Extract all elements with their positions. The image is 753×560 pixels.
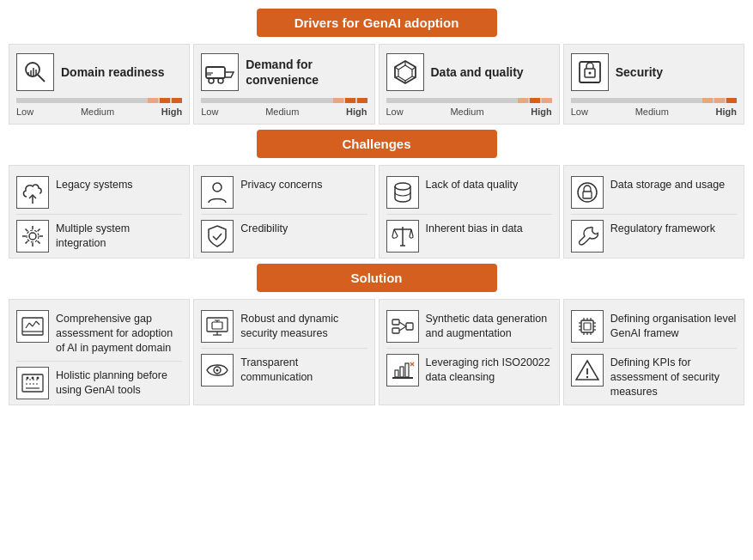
solution-synthetic-data: Synthetic data generation and augmentati… [386,305,552,349]
svg-rect-46 [212,322,222,329]
wrench-icon [571,220,604,253]
security-bar [571,98,737,103]
svg-line-33 [26,323,29,328]
svg-point-23 [29,233,36,240]
svg-point-42 [27,376,29,379]
solution-col-0: Comprehensive gap assessment for adoptio… [9,299,190,405]
chart-bars-icon [16,310,49,343]
solution-iso-cleansing-text: Leveraging rich ISO20022 data cleansing [426,354,552,385]
svg-line-1 [38,75,45,82]
main-container: Drivers for GenAI adoption Domain readin… [0,0,753,414]
solution-security-measures-text: Robust and dynamic security measures [240,310,367,341]
security-icon [571,53,609,91]
lock-circle-icon [571,176,604,209]
challenge-regulatory: Regulatory framework [571,215,737,253]
demand-convenience-title: Demand for convenience [246,57,367,88]
balance-icon [386,220,419,253]
secure-monitor-icon [201,310,234,343]
demand-convenience-labels: Low Medium High [201,107,367,117]
driver-security: Security Low Medium High [563,44,744,125]
solution-iso-cleansing: Leveraging rich ISO20022 data cleansing [386,349,552,387]
cloud-upload-icon [16,176,49,209]
challenge-credibility: Credibility [201,215,367,253]
solution-col-1: Robust and dynamic security measures Tra… [193,299,374,405]
svg-rect-51 [392,320,399,325]
svg-rect-45 [207,318,228,332]
svg-point-25 [213,183,222,192]
challenge-bias-text: Inherent bias in data [426,220,523,236]
svg-line-35 [33,321,36,326]
challenge-data-quality-text: Lack of data quality [426,176,519,192]
svg-point-43 [32,376,34,379]
svg-rect-58 [400,367,404,377]
gear-icon [16,220,49,253]
domain-readiness-labels: Low Medium High [16,107,182,117]
solution-grid: Comprehensive gap assessment for adoptio… [9,299,744,405]
challenges-col-3: Data storage and usage Regulatory framew… [563,165,744,259]
challenge-regulatory-text: Regulatory framework [610,220,715,236]
solution-header: Solution [257,264,497,292]
eye-icon [201,354,234,387]
svg-point-78 [586,376,588,378]
data-gen-icon [386,310,419,343]
challenge-data-storage-text: Data storage and usage [610,176,725,192]
warning-triangle-icon [571,354,604,387]
svg-rect-59 [405,363,409,377]
domain-readiness-title: Domain readiness [61,64,165,80]
solution-org-genai-text: Defining organisation level GenAI framew [610,310,737,341]
challenge-multi-system-text: Multiple system integration [56,220,182,251]
challenges-col-0: Legacy systems Multiple system integrati… [9,165,190,259]
drivers-header: Drivers for GenAI adoption [257,9,497,37]
svg-rect-31 [583,192,592,198]
solution-col-3: Defining organisation level GenAI framew… [563,299,744,405]
solution-security-measures: Robust and dynamic security measures [201,305,367,349]
svg-rect-62 [581,320,593,332]
solution-holistic-planning-text: Holistic planning before using GenAI too… [56,367,182,398]
svg-point-21 [588,72,591,75]
solution-col-2: Synthetic data generation and augmentati… [379,299,560,405]
domain-readiness-icon [16,53,54,91]
challenges-grid: Legacy systems Multiple system integrati… [9,165,744,259]
demand-convenience-icon [201,53,239,91]
security-labels: Low Medium High [571,107,737,117]
solution-gap-assessment: Comprehensive gap assessment for adoptio… [16,305,182,362]
solution-org-genai: Defining organisation level GenAI framew [571,305,737,349]
svg-point-44 [37,376,39,379]
solution-transparent-comm-text: Transparent communication [240,354,367,385]
data-quality-labels: Low Medium High [386,107,552,117]
challenge-privacy-text: Privacy concerns [240,176,322,192]
data-quality-bar [386,98,552,103]
demand-convenience-bar [201,98,367,103]
challenges-col-2: Lack of data quality Inherent bias in da… [379,165,560,259]
plan-dots-icon [16,367,49,399]
challenge-data-storage: Data storage and usage [571,171,737,215]
solution-define-kpis: Defining KPIs for assessment of security… [571,349,737,399]
data-quality-title: Data and quality [431,64,524,80]
svg-point-8 [218,78,223,83]
bar-chart-icon [386,354,419,387]
svg-marker-12 [398,65,412,81]
svg-line-34 [29,323,33,326]
svg-rect-52 [392,328,399,333]
driver-data-quality: Data and quality Low Medium High [379,44,560,125]
svg-rect-57 [395,370,398,377]
person-icon [201,176,234,209]
shield-check-icon [201,220,234,253]
svg-rect-63 [584,323,591,330]
challenge-bias: Inherent bias in data [386,215,552,253]
chip-icon [571,310,604,343]
challenges-col-1: Privacy concerns Credibility [193,165,374,259]
challenge-privacy: Privacy concerns [201,171,367,215]
challenge-legacy-systems: Legacy systems [16,171,182,215]
solution-transparent-comm: Transparent communication [201,349,367,387]
challenge-legacy-systems-text: Legacy systems [56,176,133,192]
svg-line-54 [399,322,406,326]
drivers-grid: Domain readiness Low Medium High [9,44,744,125]
svg-point-7 [209,78,214,83]
challenges-header-wrapper: Challenges [9,130,744,158]
solution-synthetic-data-text: Synthetic data generation and augmentati… [426,310,552,341]
driver-domain-readiness: Domain readiness Low Medium High [9,44,190,125]
challenge-credibility-text: Credibility [240,220,288,236]
domain-readiness-bar [16,98,182,103]
security-driver-title: Security [616,64,663,80]
